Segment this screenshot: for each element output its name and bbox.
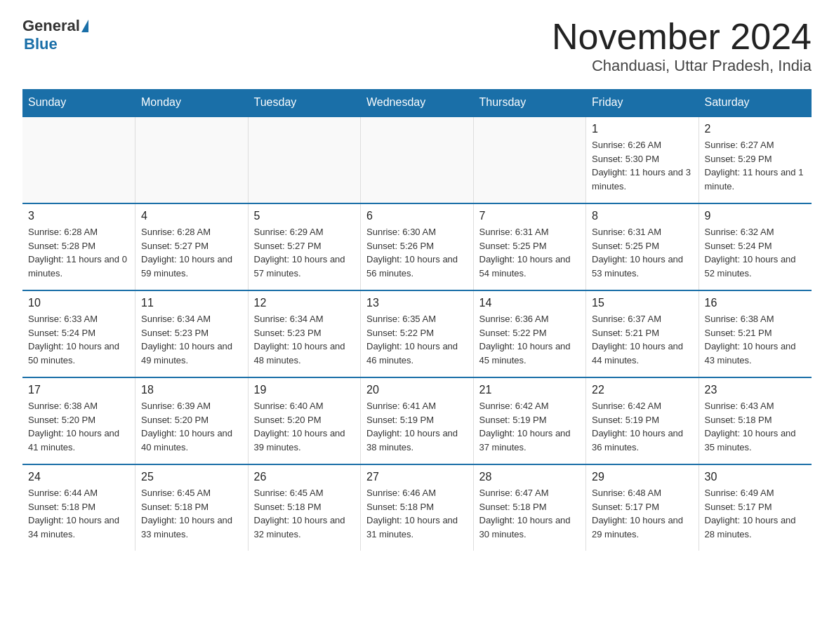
day-info: Sunrise: 6:34 AMSunset: 5:23 PMDaylight:…	[141, 312, 242, 367]
calendar-cell: 1Sunrise: 6:26 AMSunset: 5:30 PMDaylight…	[586, 116, 699, 203]
day-number: 22	[592, 384, 693, 396]
day-info: Sunrise: 6:34 AMSunset: 5:23 PMDaylight:…	[254, 312, 355, 367]
day-info: Sunrise: 6:40 AMSunset: 5:20 PMDaylight:…	[254, 399, 355, 454]
calendar-cell: 21Sunrise: 6:42 AMSunset: 5:19 PMDayligh…	[473, 377, 586, 464]
calendar-cell: 8Sunrise: 6:31 AMSunset: 5:25 PMDaylight…	[586, 203, 699, 290]
weekday-header-saturday: Saturday	[699, 89, 812, 116]
day-info: Sunrise: 6:45 AMSunset: 5:18 PMDaylight:…	[254, 486, 355, 541]
calendar-cell: 13Sunrise: 6:35 AMSunset: 5:22 PMDayligh…	[361, 290, 474, 377]
weekday-header-friday: Friday	[586, 89, 699, 116]
calendar-title: November 2024	[552, 17, 812, 57]
day-info: Sunrise: 6:48 AMSunset: 5:17 PMDaylight:…	[592, 486, 693, 541]
calendar-cell: 20Sunrise: 6:41 AMSunset: 5:19 PMDayligh…	[361, 377, 474, 464]
calendar-week-2: 3Sunrise: 6:28 AMSunset: 5:28 PMDaylight…	[22, 203, 812, 290]
day-number: 9	[705, 210, 806, 222]
weekday-header-row: SundayMondayTuesdayWednesdayThursdayFrid…	[22, 89, 812, 116]
day-number: 3	[28, 210, 129, 222]
day-info: Sunrise: 6:27 AMSunset: 5:29 PMDaylight:…	[705, 138, 806, 193]
weekday-header-tuesday: Tuesday	[248, 89, 361, 116]
calendar-week-4: 17Sunrise: 6:38 AMSunset: 5:20 PMDayligh…	[22, 377, 812, 464]
day-info: Sunrise: 6:38 AMSunset: 5:20 PMDaylight:…	[28, 399, 129, 454]
day-number: 1	[592, 123, 693, 135]
calendar-cell: 22Sunrise: 6:42 AMSunset: 5:19 PMDayligh…	[586, 377, 699, 464]
day-info: Sunrise: 6:29 AMSunset: 5:27 PMDaylight:…	[254, 225, 355, 280]
calendar-cell: 16Sunrise: 6:38 AMSunset: 5:21 PMDayligh…	[699, 290, 812, 377]
day-info: Sunrise: 6:38 AMSunset: 5:21 PMDaylight:…	[705, 312, 806, 367]
calendar-cell: 10Sunrise: 6:33 AMSunset: 5:24 PMDayligh…	[22, 290, 135, 377]
day-number: 23	[705, 384, 806, 396]
day-info: Sunrise: 6:31 AMSunset: 5:25 PMDaylight:…	[479, 225, 581, 280]
calendar-cell: 28Sunrise: 6:47 AMSunset: 5:18 PMDayligh…	[473, 464, 586, 551]
calendar-table: SundayMondayTuesdayWednesdayThursdayFrid…	[22, 89, 812, 551]
day-number: 5	[254, 210, 355, 222]
day-number: 4	[141, 210, 242, 222]
day-number: 25	[141, 471, 242, 483]
calendar-header: SundayMondayTuesdayWednesdayThursdayFrid…	[22, 89, 812, 116]
day-info: Sunrise: 6:28 AMSunset: 5:28 PMDaylight:…	[28, 225, 129, 280]
weekday-header-thursday: Thursday	[473, 89, 586, 116]
weekday-header-monday: Monday	[135, 89, 249, 116]
calendar-cell: 26Sunrise: 6:45 AMSunset: 5:18 PMDayligh…	[248, 464, 361, 551]
day-info: Sunrise: 6:41 AMSunset: 5:19 PMDaylight:…	[366, 399, 468, 454]
calendar-cell: 9Sunrise: 6:32 AMSunset: 5:24 PMDaylight…	[699, 203, 812, 290]
calendar-cell: 4Sunrise: 6:28 AMSunset: 5:27 PMDaylight…	[135, 203, 249, 290]
calendar-cell: 30Sunrise: 6:49 AMSunset: 5:17 PMDayligh…	[699, 464, 812, 551]
calendar-week-1: 1Sunrise: 6:26 AMSunset: 5:30 PMDaylight…	[22, 116, 812, 203]
day-number: 15	[592, 297, 693, 309]
day-info: Sunrise: 6:47 AMSunset: 5:18 PMDaylight:…	[479, 486, 581, 541]
calendar-cell	[248, 116, 361, 203]
day-number: 8	[592, 210, 693, 222]
calendar-cell: 3Sunrise: 6:28 AMSunset: 5:28 PMDaylight…	[22, 203, 135, 290]
calendar-cell: 23Sunrise: 6:43 AMSunset: 5:18 PMDayligh…	[699, 377, 812, 464]
calendar-cell	[22, 116, 135, 203]
calendar-cell: 6Sunrise: 6:30 AMSunset: 5:26 PMDaylight…	[361, 203, 474, 290]
day-number: 24	[28, 471, 129, 483]
day-info: Sunrise: 6:42 AMSunset: 5:19 PMDaylight:…	[479, 399, 581, 454]
day-info: Sunrise: 6:31 AMSunset: 5:25 PMDaylight:…	[592, 225, 693, 280]
logo: General Blue	[22, 17, 90, 53]
calendar-week-5: 24Sunrise: 6:44 AMSunset: 5:18 PMDayligh…	[22, 464, 812, 551]
day-number: 30	[705, 471, 806, 483]
logo-triangle-icon	[81, 20, 88, 32]
logo-text-blue: Blue	[24, 35, 58, 53]
day-number: 21	[479, 384, 581, 396]
day-number: 19	[254, 384, 355, 396]
calendar-cell: 7Sunrise: 6:31 AMSunset: 5:25 PMDaylight…	[473, 203, 586, 290]
calendar-cell: 12Sunrise: 6:34 AMSunset: 5:23 PMDayligh…	[248, 290, 361, 377]
day-number: 26	[254, 471, 355, 483]
weekday-header-wednesday: Wednesday	[361, 89, 474, 116]
day-number: 12	[254, 297, 355, 309]
day-info: Sunrise: 6:42 AMSunset: 5:19 PMDaylight:…	[592, 399, 693, 454]
day-info: Sunrise: 6:33 AMSunset: 5:24 PMDaylight:…	[28, 312, 129, 367]
day-number: 27	[366, 471, 468, 483]
day-info: Sunrise: 6:43 AMSunset: 5:18 PMDaylight:…	[705, 399, 806, 454]
calendar-body: 1Sunrise: 6:26 AMSunset: 5:30 PMDaylight…	[22, 116, 812, 551]
calendar-cell	[473, 116, 586, 203]
day-info: Sunrise: 6:45 AMSunset: 5:18 PMDaylight:…	[141, 486, 242, 541]
title-area: November 2024 Chanduasi, Uttar Pradesh, …	[552, 17, 812, 75]
day-info: Sunrise: 6:28 AMSunset: 5:27 PMDaylight:…	[141, 225, 242, 280]
day-number: 2	[705, 123, 806, 135]
calendar-week-3: 10Sunrise: 6:33 AMSunset: 5:24 PMDayligh…	[22, 290, 812, 377]
day-info: Sunrise: 6:44 AMSunset: 5:18 PMDaylight:…	[28, 486, 129, 541]
day-number: 10	[28, 297, 129, 309]
calendar-cell: 11Sunrise: 6:34 AMSunset: 5:23 PMDayligh…	[135, 290, 249, 377]
weekday-header-sunday: Sunday	[22, 89, 135, 116]
day-number: 13	[366, 297, 468, 309]
day-info: Sunrise: 6:49 AMSunset: 5:17 PMDaylight:…	[705, 486, 806, 541]
day-number: 11	[141, 297, 242, 309]
page-header: General Blue November 2024 Chanduasi, Ut…	[22, 17, 812, 75]
calendar-cell: 25Sunrise: 6:45 AMSunset: 5:18 PMDayligh…	[135, 464, 249, 551]
day-number: 18	[141, 384, 242, 396]
calendar-cell	[361, 116, 474, 203]
calendar-cell: 17Sunrise: 6:38 AMSunset: 5:20 PMDayligh…	[22, 377, 135, 464]
calendar-cell: 2Sunrise: 6:27 AMSunset: 5:29 PMDaylight…	[699, 116, 812, 203]
day-info: Sunrise: 6:35 AMSunset: 5:22 PMDaylight:…	[366, 312, 468, 367]
calendar-cell: 29Sunrise: 6:48 AMSunset: 5:17 PMDayligh…	[586, 464, 699, 551]
logo-text-general: General	[22, 17, 80, 35]
day-number: 7	[479, 210, 581, 222]
calendar-cell: 27Sunrise: 6:46 AMSunset: 5:18 PMDayligh…	[361, 464, 474, 551]
day-number: 20	[366, 384, 468, 396]
day-number: 29	[592, 471, 693, 483]
day-number: 16	[705, 297, 806, 309]
